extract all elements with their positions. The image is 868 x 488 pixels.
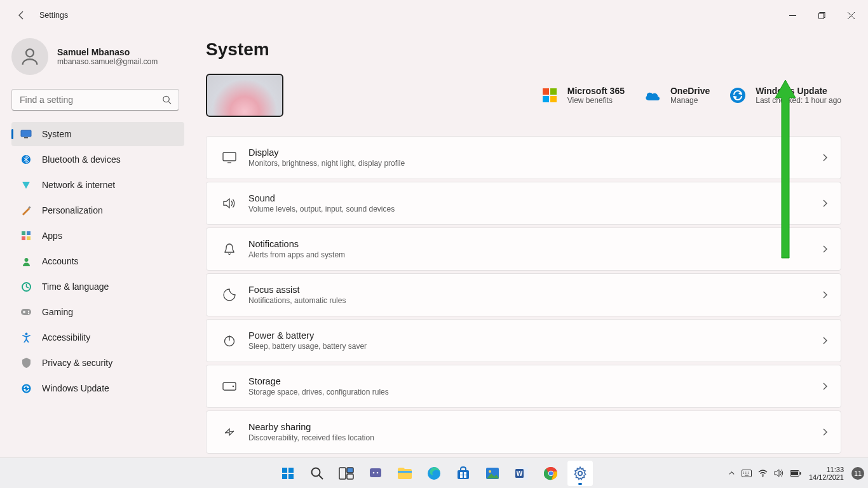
sidebar-item-network-internet[interactable]: Network & internet xyxy=(11,173,184,197)
onedrive-icon xyxy=(644,86,661,104)
sidebar-item-windows-update[interactable]: Windows Update xyxy=(11,376,184,400)
taskbar-search[interactable] xyxy=(304,461,330,486)
sidebar-item-label: Privacy & security xyxy=(42,358,112,368)
sidebar-item-personalization[interactable]: Personalization xyxy=(11,198,184,222)
sidebar-item-label: Personalization xyxy=(42,205,103,215)
profile-block[interactable]: Samuel Mbanaso mbanaso.samuel@gmail.com xyxy=(11,38,189,75)
desktop-preview[interactable] xyxy=(206,74,283,117)
system-tray[interactable] xyxy=(728,469,801,477)
svg-rect-63 xyxy=(799,472,801,475)
sidebar-item-accounts[interactable]: Accounts xyxy=(11,249,184,273)
svg-point-21 xyxy=(730,88,745,103)
svg-text:W: W xyxy=(517,470,523,477)
page-title: System xyxy=(206,39,860,60)
wifi-icon[interactable] xyxy=(758,470,768,477)
svg-rect-29 xyxy=(282,468,287,473)
taskbar-start[interactable] xyxy=(275,461,301,486)
storage-icon xyxy=(217,382,242,391)
svg-rect-32 xyxy=(288,474,294,479)
winupdate-icon xyxy=(729,86,747,104)
taskbar-chat[interactable] xyxy=(363,461,388,486)
sidebar-item-label: Gaming xyxy=(42,307,73,317)
svg-rect-64 xyxy=(791,471,798,475)
svg-rect-41 xyxy=(398,471,412,473)
setting-storage[interactable]: StorageStorage space, drives, configurat… xyxy=(206,365,841,408)
sidebar-item-gaming[interactable]: Gaming xyxy=(11,300,184,324)
sidebar-item-privacy-security[interactable]: Privacy & security xyxy=(11,351,184,375)
taskbar-store[interactable] xyxy=(451,461,476,486)
setting-title: Sound xyxy=(248,193,822,203)
keyboard-icon[interactable] xyxy=(742,470,752,477)
profile-email: mbanaso.samuel@gmail.com xyxy=(57,57,158,66)
hero-windows-update[interactable]: Windows UpdateLast checked: 1 hour ago xyxy=(729,86,841,105)
volume-icon[interactable] xyxy=(774,469,783,477)
setting-title: Notifications xyxy=(248,239,822,249)
sidebar-item-label: Accounts xyxy=(42,256,79,266)
notification-count[interactable]: 11 xyxy=(851,467,864,480)
svg-rect-2 xyxy=(818,13,824,18)
update-icon xyxy=(20,383,32,394)
tray-chevron-up-icon[interactable] xyxy=(728,470,735,477)
setting-title: Focus assist xyxy=(248,285,822,295)
sidebar-item-system[interactable]: System xyxy=(11,122,184,146)
svg-point-3 xyxy=(26,49,34,57)
svg-point-61 xyxy=(762,475,763,477)
sidebar-item-accessibility[interactable]: Accessibility xyxy=(11,325,184,349)
taskbar-edge[interactable] xyxy=(421,461,447,486)
minimize-button[interactable] xyxy=(778,5,807,25)
setting-subtitle: Notifications, automatic rules xyxy=(248,296,822,305)
chevron-right-icon xyxy=(822,382,828,391)
hero-title: OneDrive xyxy=(670,86,710,96)
window-title: Settings xyxy=(39,11,68,20)
sidebar-item-bluetooth-devices[interactable]: Bluetooth & devices xyxy=(11,147,184,172)
setting-nearby-sharing[interactable]: Nearby sharingDiscoverability, received … xyxy=(206,410,841,454)
svg-point-39 xyxy=(373,471,375,473)
svg-point-56 xyxy=(578,471,582,475)
chevron-right-icon xyxy=(822,199,828,208)
taskbar-taskview[interactable] xyxy=(334,461,359,486)
setting-power-battery[interactable]: Power & batterySleep, battery usage, bat… xyxy=(206,319,841,362)
avatar xyxy=(11,38,48,75)
setting-focus-assist[interactable]: Focus assistNotifications, automatic rul… xyxy=(206,273,841,316)
svg-rect-10 xyxy=(22,231,25,235)
hero-microsoft-[interactable]: Microsoft 365View benefits xyxy=(541,86,625,105)
battery-icon[interactable] xyxy=(790,470,801,477)
back-button[interactable] xyxy=(15,9,28,22)
sidebar-item-label: Bluetooth & devices xyxy=(42,154,121,165)
taskbar-settings[interactable] xyxy=(567,461,593,486)
ms365-icon xyxy=(541,86,559,104)
nearby-icon xyxy=(217,426,242,438)
hero-title: Microsoft 365 xyxy=(567,86,625,96)
taskbar-explorer[interactable] xyxy=(392,461,417,486)
svg-rect-6 xyxy=(21,130,31,137)
taskbar-chrome[interactable] xyxy=(538,461,564,486)
clock[interactable]: 11:33 14/12/2021 xyxy=(809,466,844,481)
svg-rect-36 xyxy=(347,468,353,473)
sidebar-item-time-language[interactable]: Time & language xyxy=(11,274,184,299)
setting-sound[interactable]: SoundVolume levels, output, input, sound… xyxy=(206,182,841,225)
accounts-icon xyxy=(20,255,32,267)
maximize-button[interactable] xyxy=(807,5,836,25)
setting-display[interactable]: DisplayMonitors, brightness, night light… xyxy=(206,136,841,179)
power-icon xyxy=(217,334,242,347)
setting-notifications[interactable]: NotificationsAlerts from apps and system xyxy=(206,227,841,271)
setting-subtitle: Monitors, brightness, night light, displ… xyxy=(248,159,822,168)
taskbar-photos[interactable] xyxy=(480,461,505,486)
taskbar-word[interactable]: W xyxy=(509,461,534,486)
hero-onedrive[interactable]: OneDriveManage xyxy=(644,86,710,105)
svg-point-33 xyxy=(312,468,320,476)
svg-line-34 xyxy=(319,475,323,479)
chevron-right-icon xyxy=(822,428,828,437)
sidebar-item-apps[interactable]: Apps xyxy=(11,224,184,248)
svg-rect-37 xyxy=(347,474,353,479)
sidebar-item-label: System xyxy=(42,129,72,139)
sidebar-item-label: Network & internet xyxy=(42,180,115,190)
setting-subtitle: Sleep, battery usage, battery saver xyxy=(248,342,822,351)
svg-rect-45 xyxy=(464,472,466,475)
close-button[interactable] xyxy=(836,5,865,25)
gaming-icon xyxy=(20,306,32,318)
sidebar-item-label: Windows Update xyxy=(42,383,109,393)
svg-point-17 xyxy=(28,311,29,312)
svg-rect-43 xyxy=(458,470,469,479)
search-input[interactable] xyxy=(11,89,179,111)
